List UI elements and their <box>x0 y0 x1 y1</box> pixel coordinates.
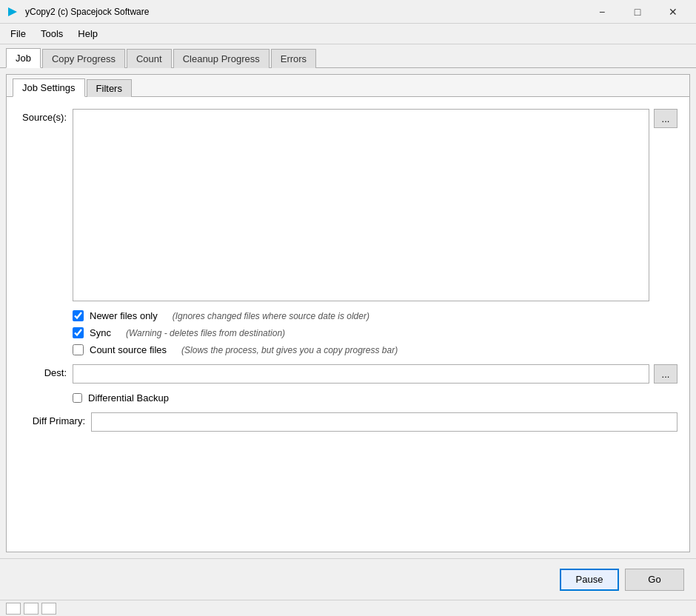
browse-dest-button[interactable]: ... <box>654 364 677 384</box>
differential-backup-checkbox[interactable] <box>73 393 82 403</box>
sync-checkbox[interactable] <box>73 327 84 338</box>
app-icon <box>6 5 19 19</box>
pause-button[interactable]: Pause <box>560 569 619 591</box>
menu-file[interactable]: File <box>3 25 33 42</box>
diff-primary-row: Diff Primary: <box>19 412 677 432</box>
status-segment-3 <box>41 603 56 615</box>
dest-container: ... <box>73 364 677 384</box>
menu-tools[interactable]: Tools <box>33 25 70 42</box>
tab-job[interactable]: Job <box>6 48 41 68</box>
count-source-hint: (Slows the process, but gives you a copy… <box>181 345 398 355</box>
differential-row: Differential Backup <box>19 392 677 404</box>
dest-label: Dest: <box>19 364 67 378</box>
sources-row: Source(s): ... <box>19 109 677 301</box>
newer-files-label[interactable]: Newer files only <box>90 310 158 321</box>
menu-help[interactable]: Help <box>70 25 105 42</box>
menubar: File Tools Help <box>0 24 696 44</box>
tab-cleanup-progress[interactable]: Cleanup Progress <box>173 49 270 68</box>
sources-container: ... <box>73 109 677 301</box>
browse-sources-button[interactable]: ... <box>654 109 677 128</box>
svg-marker-0 <box>8 7 17 16</box>
tab-copy-progress[interactable]: Copy Progress <box>42 49 125 68</box>
count-source-label[interactable]: Count source files <box>90 344 167 355</box>
window-controls: − □ ✕ <box>585 0 690 24</box>
newer-files-row: Newer files only (Ignores changed files … <box>73 310 677 321</box>
maximize-button[interactable]: □ <box>620 0 655 24</box>
sources-label: Source(s): <box>19 109 67 123</box>
diff-primary-input[interactable] <box>91 412 677 432</box>
dest-input[interactable] <box>73 364 649 384</box>
outer-tab-bar: Job Copy Progress Count Cleanup Progress… <box>0 44 696 68</box>
newer-files-checkbox[interactable] <box>73 310 84 321</box>
dest-row: Dest: ... <box>19 364 677 384</box>
go-button[interactable]: Go <box>625 569 684 591</box>
main-content: Job Settings Filters Source(s): ... Newe… <box>0 68 696 558</box>
diff-primary-label: Diff Primary: <box>19 412 85 426</box>
form-area: Source(s): ... Newer files only (Ignores… <box>7 97 689 552</box>
sync-row: Sync (Warning - deletes files from desti… <box>73 327 677 338</box>
inner-tab-bar: Job Settings Filters <box>7 75 689 97</box>
status-segment-1 <box>6 603 21 615</box>
sync-hint: (Warning - deletes files from destinatio… <box>126 328 285 338</box>
sync-label[interactable]: Sync <box>90 327 111 338</box>
checkboxes-section: Newer files only (Ignores changed files … <box>19 310 677 355</box>
statusbar <box>0 600 696 616</box>
titlebar: yCopy2 (c) Spacejock Software − □ ✕ <box>0 0 696 24</box>
app-title: yCopy2 (c) Spacejock Software <box>25 7 585 17</box>
tab-count[interactable]: Count <box>127 49 172 68</box>
close-button[interactable]: ✕ <box>656 0 690 24</box>
inner-panel: Job Settings Filters Source(s): ... Newe… <box>6 74 690 552</box>
tab-filters[interactable]: Filters <box>87 79 132 97</box>
bottom-bar: Pause Go <box>0 558 696 600</box>
tab-job-settings[interactable]: Job Settings <box>13 78 85 97</box>
sources-input[interactable] <box>73 109 649 301</box>
differential-backup-label[interactable]: Differential Backup <box>88 392 169 404</box>
tab-errors[interactable]: Errors <box>271 49 316 68</box>
newer-files-hint: (Ignores changed files where source date… <box>173 311 369 321</box>
minimize-button[interactable]: − <box>585 0 619 24</box>
status-segment-2 <box>24 603 39 615</box>
count-source-row: Count source files (Slows the process, b… <box>73 344 677 355</box>
count-source-checkbox[interactable] <box>73 344 84 355</box>
